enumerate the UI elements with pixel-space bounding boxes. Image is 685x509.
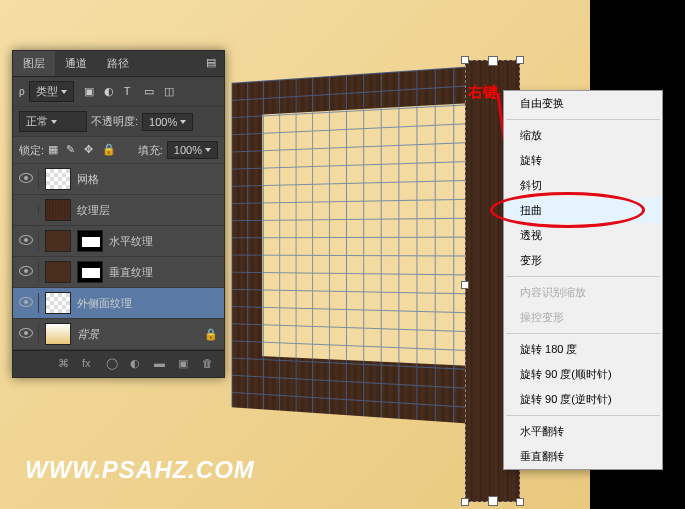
layer-mask-thumb[interactable] [77, 230, 103, 252]
visibility-toggle[interactable] [13, 293, 39, 313]
kind-filter-row: ρ 类型 ▣ ◐ T ▭ ◫ [13, 77, 224, 107]
layer-mask-thumb[interactable] [77, 261, 103, 283]
tab-channels[interactable]: 通道 [55, 51, 97, 76]
context-menu: 自由变换 缩放 旋转 斜切 扭曲 透视 变形 内容识别缩放 操控变形 旋转 18… [503, 90, 663, 470]
blend-row: 正常 不透明度: 100% [13, 107, 224, 137]
chevron-down-icon [180, 120, 186, 124]
chevron-down-icon [51, 120, 57, 124]
lock-icon: 🔒 [204, 328, 218, 341]
eye-icon [19, 328, 33, 338]
menu-separator [506, 276, 660, 277]
transform-handle[interactable] [516, 498, 524, 506]
layer-name: 外侧面纹理 [77, 296, 132, 311]
eye-icon [19, 173, 33, 183]
menu-puppet-warp: 操控变形 [504, 305, 662, 330]
filter-shape-icon[interactable]: ▭ [144, 85, 158, 99]
layer-row[interactable]: 纹理层 [13, 195, 224, 226]
visibility-toggle[interactable] [13, 262, 39, 282]
layer-thumb[interactable] [45, 168, 71, 190]
transform-handle[interactable] [461, 498, 469, 506]
menu-skew[interactable]: 斜切 [504, 173, 662, 198]
fill-value[interactable]: 100% [167, 141, 218, 159]
layer-name: 水平纹理 [109, 234, 153, 249]
menu-rotate-180[interactable]: 旋转 180 度 [504, 337, 662, 362]
fill-label: 填充: [138, 143, 163, 158]
fx-icon[interactable]: fx [82, 357, 96, 371]
visibility-toggle[interactable] [13, 324, 39, 344]
filter-smart-icon[interactable]: ◫ [164, 85, 178, 99]
eye-icon [19, 235, 33, 245]
menu-scale[interactable]: 缩放 [504, 123, 662, 148]
transform-target[interactable] [232, 66, 470, 423]
menu-separator [506, 333, 660, 334]
layer-name: 网格 [77, 172, 99, 187]
panel-tabs: 图层 通道 路径 ▤ [13, 51, 224, 77]
folder-icon[interactable]: ▬ [154, 357, 168, 371]
menu-warp[interactable]: 变形 [504, 248, 662, 273]
annotation-right-click: 右键 [468, 83, 498, 102]
layer-thumb[interactable] [45, 230, 71, 252]
lock-row: 锁定: ▦ ✎ ✥ 🔒 填充: 100% [13, 137, 224, 164]
transform-handle[interactable] [516, 56, 524, 64]
lock-transparent-icon[interactable]: ▦ [48, 143, 62, 157]
menu-separator [506, 415, 660, 416]
eye-icon [19, 297, 33, 307]
layer-name: 背景 [77, 327, 99, 342]
layer-thumb[interactable] [45, 261, 71, 283]
filter-adjust-icon[interactable]: ◐ [104, 85, 118, 99]
trash-icon[interactable]: 🗑 [202, 357, 216, 371]
menu-rotate-90cw[interactable]: 旋转 90 度(顺时针) [504, 362, 662, 387]
link-icon[interactable]: ⌘ [58, 357, 72, 371]
kind-select[interactable]: 类型 [29, 81, 74, 102]
panel-footer: ⌘ fx ◯ ◐ ▬ ▣ 🗑 [13, 350, 224, 377]
layer-row[interactable]: 外侧面纹理 [13, 288, 224, 319]
menu-rotate-90ccw[interactable]: 旋转 90 度(逆时针) [504, 387, 662, 412]
lock-all-icon[interactable]: 🔒 [102, 143, 116, 157]
new-layer-icon[interactable]: ▣ [178, 357, 192, 371]
layer-row[interactable]: 背景🔒 [13, 319, 224, 350]
layer-name: 纹理层 [77, 203, 110, 218]
chevron-down-icon [205, 148, 211, 152]
panel-menu-icon[interactable]: ▤ [198, 51, 224, 76]
layer-row[interactable]: 水平纹理 [13, 226, 224, 257]
blend-mode-select[interactable]: 正常 [19, 111, 87, 132]
layer-list: 网格 纹理层 水平纹理 垂直纹理 外侧面纹理 背景🔒 [13, 164, 224, 350]
menu-distort[interactable]: 扭曲 [504, 198, 662, 223]
menu-free-transform[interactable]: 自由变换 [504, 91, 662, 116]
transform-handle[interactable] [461, 56, 469, 64]
watermark: WWW.PSAHZ.COM [25, 456, 255, 484]
menu-perspective[interactable]: 透视 [504, 223, 662, 248]
layer-row[interactable]: 网格 [13, 164, 224, 195]
visibility-toggle[interactable] [13, 169, 39, 189]
layer-name: 垂直纹理 [109, 265, 153, 280]
lock-move-icon[interactable]: ✥ [84, 143, 98, 157]
menu-rotate[interactable]: 旋转 [504, 148, 662, 173]
layer-thumb[interactable] [45, 323, 71, 345]
visibility-toggle[interactable] [13, 231, 39, 251]
menu-flip-horizontal[interactable]: 水平翻转 [504, 419, 662, 444]
adjustment-icon[interactable]: ◐ [130, 357, 144, 371]
filter-type-icon[interactable]: T [124, 85, 138, 99]
lock-brush-icon[interactable]: ✎ [66, 143, 80, 157]
menu-flip-vertical[interactable]: 垂直翻转 [504, 444, 662, 469]
menu-content-aware-scale: 内容识别缩放 [504, 280, 662, 305]
lock-label: 锁定: [19, 143, 44, 158]
frame-interior [262, 103, 475, 366]
transform-handle[interactable] [461, 281, 469, 289]
layer-thumb[interactable] [45, 199, 71, 221]
chevron-down-icon [61, 90, 67, 94]
layers-panel: 图层 通道 路径 ▤ ρ 类型 ▣ ◐ T ▭ ◫ 正常 不透明度: 100% … [12, 50, 225, 378]
tab-paths[interactable]: 路径 [97, 51, 139, 76]
opacity-label: 不透明度: [91, 114, 138, 129]
opacity-value[interactable]: 100% [142, 113, 193, 131]
menu-separator [506, 119, 660, 120]
tab-layers[interactable]: 图层 [13, 51, 55, 76]
eye-icon [19, 266, 33, 276]
layer-thumb[interactable] [45, 292, 71, 314]
mask-icon[interactable]: ◯ [106, 357, 120, 371]
visibility-toggle[interactable] [13, 206, 39, 214]
layer-row[interactable]: 垂直纹理 [13, 257, 224, 288]
filter-image-icon[interactable]: ▣ [84, 85, 98, 99]
